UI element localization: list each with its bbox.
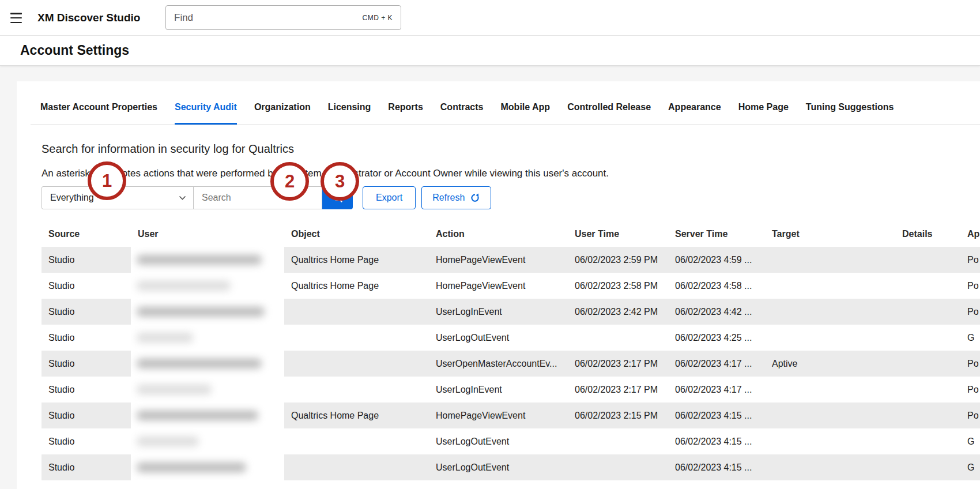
redacted-user-blur xyxy=(137,333,193,343)
account-settings-card: Master Account PropertiesSecurity AuditO… xyxy=(17,81,980,489)
cell-action: UserLogOutEvent xyxy=(429,333,568,343)
cell-action: HomePageViewEvent xyxy=(429,281,568,291)
cell-user-time: 06/02/2023 2:59 PM xyxy=(568,255,668,265)
cell-server-time: 06/02/2023 4:25 ... xyxy=(668,333,765,343)
cell-api: G xyxy=(960,333,980,343)
tab-home-page[interactable]: Home Page xyxy=(738,102,789,125)
cell-api: G xyxy=(960,437,980,447)
cell-object: Qualtrics Home Page xyxy=(284,411,429,421)
tab-controlled-release[interactable]: Controlled Release xyxy=(567,102,651,125)
cell-user xyxy=(131,428,284,454)
tab-reports[interactable]: Reports xyxy=(388,102,423,125)
category-dropdown-value: Everything xyxy=(50,193,94,203)
redacted-user-blur xyxy=(137,385,212,394)
cell-user xyxy=(131,299,284,325)
find-input[interactable] xyxy=(166,12,362,24)
redacted-user-blur xyxy=(137,437,199,446)
cell-user-time: 06/02/2023 2:17 PM xyxy=(568,385,668,395)
table-row: StudioQualtrics Home PageHomePageViewEve… xyxy=(42,403,980,428)
cell-source: Studio xyxy=(42,281,131,291)
column-header-server-time: Server Time xyxy=(668,229,765,239)
cell-user xyxy=(131,247,284,273)
cell-target: Aptive xyxy=(765,359,895,369)
cell-source: Studio xyxy=(42,462,131,473)
section-heading: Search for information in security log f… xyxy=(42,142,980,156)
top-bar: XM Discover Studio CMD + K xyxy=(0,0,980,36)
cell-server-time: 06/02/2023 4:17 ... xyxy=(668,359,765,369)
annotation-number: 3 xyxy=(335,171,345,192)
cell-user xyxy=(131,273,284,299)
redacted-user-blur xyxy=(137,411,258,420)
cell-server-time: 06/02/2023 4:42 ... xyxy=(668,307,765,317)
cell-api: Po xyxy=(960,359,980,369)
tab-mobile-app[interactable]: Mobile App xyxy=(501,102,551,125)
cell-source: Studio xyxy=(42,307,131,317)
find-shortcut-hint: CMD + K xyxy=(362,14,401,22)
cell-source: Studio xyxy=(42,385,131,395)
column-header-source: Source xyxy=(42,229,131,239)
cell-user xyxy=(131,377,284,403)
table-row: StudioUserLogOutEvent06/02/2023 4:25 ...… xyxy=(42,325,980,351)
table-row: StudioUserLogOutEvent06/02/2023 4:15 ...… xyxy=(42,428,980,454)
cell-action: UserLogInEvent xyxy=(429,385,568,395)
cell-user xyxy=(131,325,284,351)
cell-action: UserLogOutEvent xyxy=(429,462,568,473)
page-header-bar: Account Settings xyxy=(0,36,980,66)
annotation-circle-2: 2 xyxy=(270,162,309,201)
cell-action: HomePageViewEvent xyxy=(429,255,568,265)
column-header-user: User xyxy=(131,229,284,239)
redacted-user-blur xyxy=(137,462,246,472)
annotation-number: 1 xyxy=(102,171,112,191)
column-header-details: Details xyxy=(895,229,960,239)
find-search-box[interactable]: CMD + K xyxy=(165,5,401,30)
cell-server-time: 06/02/2023 4:17 ... xyxy=(668,385,765,395)
table-row: StudioUserLogInEvent06/02/2023 2:42 PM06… xyxy=(42,299,980,325)
annotation-circle-1: 1 xyxy=(88,161,126,200)
tab-master-account-properties[interactable]: Master Account Properties xyxy=(40,102,157,125)
column-header-object: Object xyxy=(284,229,429,239)
asterisk-note: An asterisk (*) denotes actions that wer… xyxy=(42,168,980,179)
cell-object: Qualtrics Home Page xyxy=(284,281,429,291)
tab-contracts[interactable]: Contracts xyxy=(440,102,484,125)
cell-server-time: 06/02/2023 4:15 ... xyxy=(668,411,765,421)
cell-source: Studio xyxy=(42,411,131,421)
chevron-down-icon xyxy=(179,195,186,200)
cell-api: G xyxy=(960,462,980,473)
refresh-button[interactable]: Refresh xyxy=(421,186,491,209)
annotation-circle-3: 3 xyxy=(321,162,359,201)
cell-source: Studio xyxy=(42,437,131,447)
redacted-user-blur xyxy=(137,281,231,291)
tab-security-audit[interactable]: Security Audit xyxy=(175,102,237,125)
export-button[interactable]: Export xyxy=(363,186,416,209)
security-audit-table: SourceUserObjectActionUser TimeServer Ti… xyxy=(42,221,980,480)
menu-icon[interactable] xyxy=(10,13,22,23)
cell-source: Studio xyxy=(42,333,131,343)
tab-licensing[interactable]: Licensing xyxy=(328,102,371,125)
cell-user xyxy=(131,454,284,480)
cell-object: Qualtrics Home Page xyxy=(284,255,429,265)
table-row: StudioUserLogOutEvent06/02/2023 4:15 ...… xyxy=(42,454,980,480)
column-header-target: Target xyxy=(765,229,895,239)
cell-user xyxy=(131,403,284,428)
cell-user-time: 06/02/2023 2:42 PM xyxy=(568,307,668,317)
redacted-user-blur xyxy=(137,307,265,317)
cell-action: UserLogInEvent xyxy=(429,307,568,317)
tab-tuning-suggestions[interactable]: Tuning Suggestions xyxy=(806,102,894,125)
column-header-ap: Ap xyxy=(960,229,980,239)
table-row: StudioUserLogInEvent06/02/2023 2:17 PM06… xyxy=(42,377,980,403)
cell-api: Po xyxy=(960,281,980,291)
cell-source: Studio xyxy=(42,359,131,369)
tab-appearance[interactable]: Appearance xyxy=(668,102,721,125)
table-header-row: SourceUserObjectActionUser TimeServer Ti… xyxy=(42,221,980,247)
cell-server-time: 06/02/2023 4:58 ... xyxy=(668,281,765,291)
table-row: StudioQualtrics Home PageHomePageViewEve… xyxy=(42,247,980,273)
redacted-user-blur xyxy=(137,255,262,265)
tab-organization[interactable]: Organization xyxy=(254,102,311,125)
table-body: StudioQualtrics Home PageHomePageViewEve… xyxy=(42,247,980,480)
table-row: StudioQualtrics Home PageHomePageViewEve… xyxy=(42,273,980,299)
annotation-number: 2 xyxy=(285,171,295,192)
cell-server-time: 06/02/2023 4:59 ... xyxy=(668,255,765,265)
filter-controls: Everything Export Refresh xyxy=(42,186,980,209)
cell-source: Studio xyxy=(42,255,131,265)
cell-api: Po xyxy=(960,307,980,317)
